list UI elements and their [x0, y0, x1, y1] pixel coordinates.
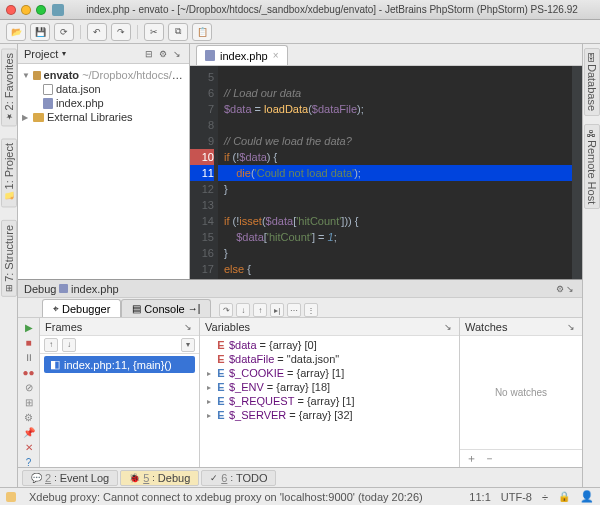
add-watch-icon[interactable]: ＋ — [464, 452, 478, 466]
gear-icon[interactable]: ⚙ — [159, 49, 169, 59]
cut-button[interactable]: ✂ — [144, 23, 164, 41]
php-file-icon: ◧ — [50, 358, 60, 371]
php-file-icon — [205, 50, 215, 61]
project-panel: Project ▾ ⊟ ⚙ ↘ ▼ envato ~/Dropbox/htdoc… — [18, 44, 190, 279]
next-frame-icon[interactable]: ↓ — [62, 338, 76, 352]
code-editor[interactable]: 56789101112131415161718192021 // Load ou… — [190, 66, 582, 279]
editor-tab-index-php[interactable]: index.php × — [196, 45, 288, 65]
save-button[interactable]: 💾 — [30, 23, 50, 41]
hide-pane-icon[interactable]: ↘ — [444, 322, 454, 332]
evaluate-icon[interactable]: ⋯ — [287, 303, 301, 317]
prev-frame-icon[interactable]: ↑ — [44, 338, 58, 352]
undo-button[interactable]: ↶ — [87, 23, 107, 41]
favorites-tool-tab[interactable]: ★ 2: Favorites — [1, 48, 17, 126]
line-gutter[interactable]: 56789101112131415161718192021 — [190, 66, 218, 279]
variables-pane: Variables↘ E$data = {array} [0]E$dataFil… — [200, 318, 460, 467]
step-over-icon[interactable]: ↷ — [219, 303, 233, 317]
hector-icon[interactable]: 👤 — [580, 490, 594, 503]
sync-button[interactable]: ⟳ — [54, 23, 74, 41]
window-title: index.php - envato - [~/Dropbox/htdocs/_… — [70, 4, 594, 15]
console-tab[interactable]: ▤ Console →| — [121, 299, 211, 317]
variable-list[interactable]: E$data = {array} [0]E$dataFile = "data.j… — [200, 336, 459, 424]
php-file-icon — [43, 98, 53, 109]
remote-host-tool-tab[interactable]: 🖧 Remote Host — [584, 124, 600, 209]
variable-row[interactable]: E$dataFile = "data.json" — [204, 352, 455, 366]
code-minimap[interactable] — [572, 66, 582, 279]
encoding-indicator[interactable]: UTF-8 — [501, 491, 532, 503]
debug-panel: Debug index.php ⚙ ↘ ⌖ Debugger ▤ Console… — [18, 279, 582, 467]
project-tool-tab[interactable]: 📁 1: Project — [1, 138, 17, 207]
tree-file-data-json[interactable]: data.json — [18, 82, 189, 96]
status-message: Xdebug proxy: Cannot connect to xdebug p… — [29, 491, 423, 503]
folder-icon — [33, 71, 41, 80]
external-libraries[interactable]: ▶ External Libraries — [18, 110, 189, 124]
debug-session-name: index.php — [71, 283, 119, 295]
database-tool-tab[interactable]: 🗄 Database — [584, 48, 600, 116]
warning-icon[interactable] — [6, 492, 16, 502]
paste-button[interactable]: 📋 — [192, 23, 212, 41]
gear-icon[interactable]: ⚙ — [556, 284, 566, 294]
variable-row[interactable]: ▸E$_COOKIE = {array} [1] — [204, 366, 455, 380]
close-window-button[interactable] — [6, 5, 16, 15]
project-tree[interactable]: ▼ envato ~/Dropbox/htdocs/_sandbox/xdeb … — [18, 64, 189, 128]
bottom-tool-tabs: 💬 2: Event Log 🐞 5: Debug ✓ 6: TODO — [18, 467, 582, 487]
hide-pane-icon[interactable]: ↘ — [184, 322, 194, 332]
event-log-tab[interactable]: 💬 2: Event Log — [22, 470, 118, 486]
variable-row[interactable]: E$data = {array} [0] — [204, 338, 455, 352]
step-into-icon[interactable]: ↓ — [236, 303, 250, 317]
watches-empty-text: No watches — [460, 336, 582, 449]
variable-row[interactable]: ▸E$_SERVER = {array} [32] — [204, 408, 455, 422]
lock-icon[interactable]: 🔒 — [558, 491, 570, 502]
close-tab-icon[interactable]: × — [273, 50, 279, 61]
minimize-window-button[interactable] — [21, 5, 31, 15]
restore-layout-icon[interactable]: ⊞ — [21, 397, 37, 408]
collapse-icon[interactable]: ⊟ — [145, 49, 155, 59]
settings-icon[interactable]: ⚙ — [21, 412, 37, 423]
pin-icon[interactable]: 📌 — [21, 427, 37, 438]
editor-tabstrip: index.php × — [190, 44, 582, 66]
frames-pane: Frames↘ ↑ ↓ ▾ ◧ index.php:11, {main}() — [40, 318, 200, 467]
hide-debug-icon[interactable]: ↘ — [566, 284, 576, 294]
code-content[interactable]: // Load our data$data = loadData($dataFi… — [218, 66, 572, 279]
step-out-icon[interactable]: ↑ — [253, 303, 267, 317]
app-icon — [52, 4, 64, 16]
mute-breakpoints-icon[interactable]: ⊘ — [21, 382, 37, 393]
copy-button[interactable]: ⧉ — [168, 23, 188, 41]
stop-icon[interactable]: ■ — [21, 337, 37, 348]
cursor-position[interactable]: 11:1 — [469, 491, 490, 503]
resume-icon[interactable]: ▶ — [21, 322, 37, 333]
filetype-indicator[interactable]: ÷ — [542, 491, 548, 503]
more-icon[interactable]: ⋮ — [304, 303, 318, 317]
project-panel-title: Project — [24, 48, 58, 60]
variable-row[interactable]: ▸E$_REQUEST = {array} [1] — [204, 394, 455, 408]
todo-tab[interactable]: ✓ 6: TODO — [201, 470, 276, 486]
frame-row-active[interactable]: ◧ index.php:11, {main}() — [44, 356, 195, 373]
hide-icon[interactable]: ↘ — [173, 49, 183, 59]
status-bar: Xdebug proxy: Cannot connect to xdebug p… — [0, 487, 600, 505]
pause-icon[interactable]: ⏸ — [21, 352, 37, 363]
thread-dropdown[interactable]: ▾ — [181, 338, 195, 352]
variable-row[interactable]: ▸E$_ENV = {array} [18] — [204, 380, 455, 394]
hide-pane-icon[interactable]: ↘ — [567, 322, 577, 332]
remove-watch-icon[interactable]: － — [482, 452, 496, 466]
php-file-icon — [59, 284, 68, 293]
variables-title: Variables — [205, 321, 250, 333]
right-tool-gutter: 🗄 Database 🖧 Remote Host — [582, 44, 600, 487]
project-root[interactable]: ▼ envato ~/Dropbox/htdocs/_sandbox/xdeb — [18, 68, 189, 82]
structure-tool-tab[interactable]: ⊞ 7: Structure — [1, 220, 17, 297]
zoom-window-button[interactable] — [36, 5, 46, 15]
debug-tab[interactable]: 🐞 5: Debug — [120, 470, 199, 486]
window-titlebar: index.php - envato - [~/Dropbox/htdocs/_… — [0, 0, 600, 20]
tree-file-index-php[interactable]: index.php — [18, 96, 189, 110]
view-breakpoints-icon[interactable]: ●● — [21, 367, 37, 378]
redo-button[interactable]: ↷ — [111, 23, 131, 41]
left-tool-gutter: ★ 2: Favorites 📁 1: Project ⊞ 7: Structu… — [0, 44, 18, 487]
close-session-icon[interactable]: ✕ — [21, 442, 37, 453]
debugger-tab[interactable]: ⌖ Debugger — [42, 299, 121, 317]
library-icon — [33, 113, 44, 122]
main-toolbar: 📂 💾 ⟳ ↶ ↷ ✂ ⧉ 📋 — [0, 20, 600, 44]
watches-title: Watches — [465, 321, 507, 333]
debug-panel-title: Debug — [24, 283, 56, 295]
run-to-cursor-icon[interactable]: ▸| — [270, 303, 284, 317]
open-button[interactable]: 📂 — [6, 23, 26, 41]
